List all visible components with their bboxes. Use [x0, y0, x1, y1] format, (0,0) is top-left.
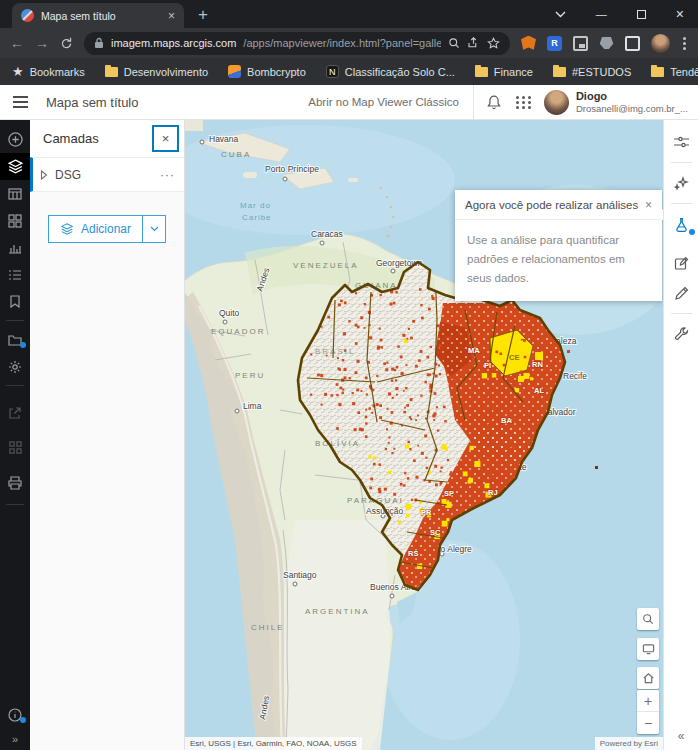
share-icon[interactable]: [467, 37, 480, 49]
print-icon[interactable]: [0, 469, 30, 496]
tab-title: Mapa sem título: [41, 10, 161, 22]
bookmarks-manager[interactable]: ★Bookmarks: [12, 64, 85, 79]
notion-icon: N: [326, 65, 339, 78]
analysis-icon[interactable]: [664, 209, 698, 239]
draw-pen-icon[interactable]: [664, 278, 698, 308]
zoom-page-icon[interactable]: [448, 37, 460, 49]
map-label-lima: Lima: [243, 401, 262, 411]
browser-tab[interactable]: Mapa sem título ×: [12, 3, 184, 28]
add-layer-icon[interactable]: [0, 126, 30, 153]
legend-icon[interactable]: [0, 261, 30, 288]
table-icon[interactable]: [0, 180, 30, 207]
maximize-button[interactable]: [637, 10, 646, 19]
layers-panel-header: Camadas ×: [30, 120, 184, 157]
strip-divider: [671, 162, 692, 163]
layers-panel: Camadas × DSG ··· Adicionar: [30, 120, 185, 750]
hamburger-menu-icon[interactable]: [9, 92, 32, 112]
shield-extension-icon[interactable]: R: [547, 36, 562, 51]
strip-divider: [671, 313, 692, 314]
map-region[interactable]: Havana CUBA Porto Príncipe Mar do Caribe…: [185, 120, 663, 750]
popup-close-icon[interactable]: ×: [639, 198, 652, 212]
bookmark-estudos[interactable]: #ESTUDOS: [553, 66, 631, 78]
bookmarks-icon[interactable]: [0, 288, 30, 315]
close-window-button[interactable]: ×: [676, 6, 684, 22]
notification-dot: [20, 342, 26, 348]
zoom-controls: + −: [637, 690, 659, 734]
layer-options-icon[interactable]: ···: [160, 168, 175, 182]
bookmark-tendencias[interactable]: Tendências: [651, 66, 698, 78]
create-app-icon[interactable]: [0, 434, 30, 461]
home-button[interactable]: [637, 667, 659, 689]
folder-icon: [475, 67, 488, 77]
layers-icon[interactable]: [0, 153, 30, 180]
app-launcher-icon[interactable]: [516, 96, 532, 109]
share-map-icon[interactable]: [0, 399, 30, 426]
map-label-venezuela: VENEZUELA: [293, 261, 359, 270]
map-settings-sliders-icon[interactable]: [664, 127, 698, 157]
state-label-rn: RN: [532, 360, 543, 369]
square-extension-icon[interactable]: [625, 36, 640, 51]
browser-profile-avatar[interactable]: [651, 34, 670, 53]
user-avatar[interactable]: [544, 90, 569, 115]
tools-wrench-icon[interactable]: [664, 319, 698, 349]
state-label-sc: SC: [430, 528, 441, 537]
state-label-ce: CE: [509, 353, 519, 362]
bookmark-finance[interactable]: Finance: [475, 66, 533, 78]
header-divider: [473, 85, 474, 120]
expand-rail-icon[interactable]: »: [12, 728, 18, 750]
user-email: Drosanelli@img.com.br_...: [576, 103, 688, 114]
notifications-bell-icon[interactable]: [486, 94, 502, 111]
pip-extension-icon[interactable]: [573, 36, 588, 51]
zoom-in-button[interactable]: +: [637, 690, 659, 712]
map-label-equador: EQUADOR: [211, 327, 265, 336]
full-screen-button[interactable]: [637, 638, 659, 660]
new-tab-button[interactable]: +: [198, 6, 208, 23]
map-label-havana: Havana: [209, 134, 239, 144]
basemap-icon[interactable]: [0, 207, 30, 234]
map-title[interactable]: Mapa sem título: [46, 95, 308, 110]
save-icon[interactable]: [0, 326, 30, 353]
charts-icon[interactable]: [0, 234, 30, 261]
add-layer-label: Adicionar: [81, 222, 131, 236]
rail-divider: [6, 320, 24, 321]
layers-icon: [60, 222, 74, 236]
zoom-out-button[interactable]: −: [637, 712, 659, 734]
metamask-extension-icon[interactable]: [521, 36, 536, 51]
open-classic-link[interactable]: Abrir no Map Viewer Clássico: [308, 96, 459, 108]
strip-divider: [671, 203, 692, 204]
map-label-santiago: Santiago: [283, 570, 317, 580]
back-icon[interactable]: ←: [10, 36, 24, 50]
state-label-al: AL: [534, 386, 544, 395]
add-layer-dropdown[interactable]: [142, 216, 165, 242]
edit-features-icon[interactable]: [664, 248, 698, 278]
bookmark-star-icon[interactable]: [487, 37, 500, 50]
chrome-menu-chevron-icon[interactable]: [555, 11, 566, 18]
forward-icon[interactable]: →: [35, 36, 49, 50]
refresh-icon[interactable]: [60, 37, 73, 50]
effects-sparkle-icon[interactable]: [664, 168, 698, 198]
user-info[interactable]: Diogo Drosanelli@img.com.br_...: [576, 90, 688, 115]
bookmark-classificacao[interactable]: NClassificação Solo C...: [326, 65, 455, 78]
map-label-recife: Recife: [563, 371, 587, 381]
map-properties-gear-icon[interactable]: [0, 353, 30, 380]
info-icon[interactable]: [0, 701, 30, 728]
collapse-strip-icon[interactable]: «: [664, 726, 698, 746]
bookmark-desenvolvimento[interactable]: Desenvolvimento: [105, 66, 208, 78]
url-path: /apps/mapviewer/index.html?panel=gallery…: [243, 37, 441, 49]
url-bar[interactable]: imagem.maps.arcgis.com/apps/mapviewer/in…: [84, 32, 510, 55]
bookmark-bombcrypto[interactable]: Bombcrypto: [228, 65, 306, 78]
browser-menu-icon[interactable]: [681, 37, 688, 50]
state-label-sp: SP: [444, 489, 454, 498]
layer-name: DSG: [55, 168, 153, 182]
layer-item-dsg[interactable]: DSG ···: [30, 157, 184, 192]
map-search-button[interactable]: [637, 608, 659, 630]
expand-caret-icon[interactable]: [40, 166, 48, 184]
close-panel-button[interactable]: ×: [152, 125, 179, 152]
gray-extension-icon[interactable]: [599, 36, 614, 51]
minimize-button[interactable]: —: [596, 8, 607, 20]
tab-close-icon[interactable]: ×: [168, 10, 175, 22]
add-layer-button[interactable]: Adicionar: [48, 215, 166, 243]
notification-dot: [20, 717, 26, 723]
popup-title: Agora você pode realizar análises: [465, 199, 639, 211]
app-header: Mapa sem título Abrir no Map Viewer Clás…: [0, 85, 698, 120]
